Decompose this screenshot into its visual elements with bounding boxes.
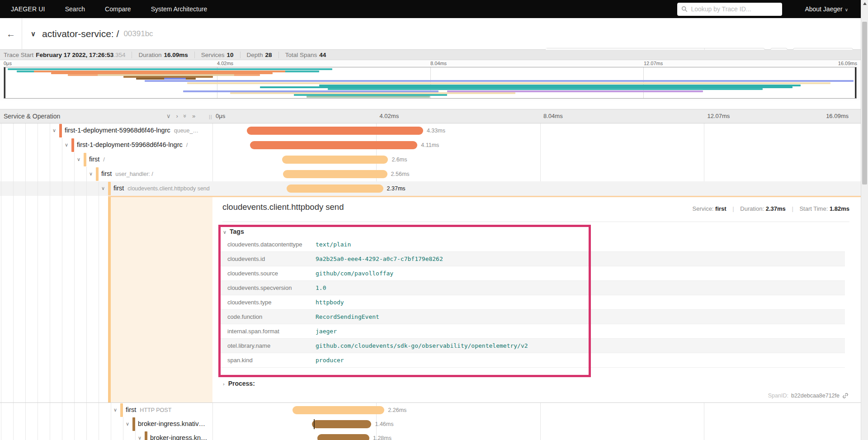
span-row[interactable]: ∨broker-ingress.kn…1.28ms xyxy=(0,431,861,440)
vertical-scrollbar[interactable] xyxy=(861,0,868,440)
span-row[interactable]: ∨firstHTTP POST2.26ms xyxy=(0,403,861,417)
collapse-all-icon[interactable]: » xyxy=(182,114,189,118)
trace-id: 00391bc xyxy=(123,29,153,38)
trace-timeline-body: ∨first-1-deployment-59968d6f46-lngrcqueu… xyxy=(0,123,861,440)
back-button[interactable]: ← xyxy=(0,18,22,50)
span-service: first xyxy=(715,205,726,212)
span-detail-meta: Service: first | Duration: 2.37ms | Star… xyxy=(693,205,849,212)
tag-row[interactable]: cloudevents.specversion1.0 xyxy=(221,281,845,295)
span-operation-name: cloudevents.client.httpbody send xyxy=(127,185,209,192)
chevron-down-icon[interactable]: ∨ xyxy=(138,435,142,440)
expand-all-icon[interactable]: » xyxy=(192,113,195,119)
summary-item: Total Spans44 xyxy=(279,52,333,58)
span-color-marker xyxy=(84,153,86,166)
chevron-down-icon[interactable]: ∨ xyxy=(89,171,93,177)
app-logo[interactable]: JAEGER UI xyxy=(11,5,45,13)
span-duration-bar[interactable] xyxy=(250,141,417,149)
span-duration-bar[interactable] xyxy=(317,434,369,440)
tree-guide-lines xyxy=(1,181,99,196)
span-color-marker xyxy=(96,167,99,181)
span-duration-bar[interactable] xyxy=(282,156,388,164)
span-color-marker xyxy=(132,417,135,431)
span-row[interactable]: ∨first-1-deployment-59968d6f46-lngrc/4.1… xyxy=(0,138,861,152)
copy-link-icon[interactable] xyxy=(842,393,849,399)
trace-minimap: 0μs4.02ms8.04ms12.07ms16.09ms xyxy=(0,60,861,100)
span-service-name[interactable]: first-1-deployment-59968d6f46-lngrcqueue… xyxy=(65,127,198,134)
span-service-name[interactable]: broker-ingress.knativ… xyxy=(138,420,205,427)
chevron-down-icon[interactable]: ∨ xyxy=(113,407,117,413)
tag-value: jaeger xyxy=(316,328,337,335)
expand-one-icon[interactable]: › xyxy=(176,113,178,119)
timeline-column-header: Service & Operation ∨ › » » || 0μs4.02ms… xyxy=(0,109,861,123)
tag-row[interactable]: code.functionRecordSendingEvent xyxy=(221,310,845,324)
tree-guide-lines xyxy=(1,417,123,431)
minimap-right-handle[interactable] xyxy=(855,67,856,98)
chevron-down-icon[interactable]: ∨ xyxy=(52,128,56,133)
column-resize-handle[interactable]: || xyxy=(209,114,212,119)
span-operation-name: user_handler: / xyxy=(115,171,153,177)
scrollbar-thumb[interactable] xyxy=(862,22,867,185)
trace-lookup-input[interactable] xyxy=(691,5,778,13)
span-duration-label: 4.11ms xyxy=(421,142,439,148)
nav-item-search[interactable]: Search xyxy=(65,5,85,13)
tag-key: cloudevents.type xyxy=(221,299,316,306)
trace-lookup-box[interactable] xyxy=(677,3,782,16)
span-operation-name: HTTP POST xyxy=(140,407,171,413)
span-row[interactable]: ∨first-1-deployment-59968d6f46-lngrcqueu… xyxy=(0,123,861,138)
span-service-name[interactable]: firstHTTP POST xyxy=(126,406,171,413)
tag-row[interactable]: cloudevents.sourcegithub/com/pavolloffay xyxy=(221,266,845,281)
tag-row[interactable]: cloudevents.id9a2b25a0-eee4-4292-a0c7-c7… xyxy=(221,252,845,266)
ruler-tick: 4.02ms xyxy=(380,113,399,119)
chevron-down-icon[interactable]: ∨ xyxy=(77,156,80,162)
span-duration-bar[interactable] xyxy=(292,406,385,414)
minimap-left-handle[interactable] xyxy=(4,67,5,98)
tag-row[interactable]: span.kindproducer xyxy=(221,353,845,368)
process-section-toggle[interactable]: ›Process: xyxy=(223,380,255,387)
span-duration-bar[interactable] xyxy=(287,185,383,193)
span-row[interactable]: ∨firstuser_handler: /2.56ms xyxy=(0,167,861,181)
span-color-marker xyxy=(145,431,147,440)
tree-guide-lines xyxy=(1,167,87,181)
minimap-ruler: 0μs4.02ms8.04ms12.07ms16.09ms xyxy=(4,61,857,67)
span-duration-label: 2.56ms xyxy=(391,171,410,177)
tag-value: httpbody xyxy=(316,299,344,306)
tag-value: github/com/pavolloffay xyxy=(316,270,393,277)
span-service-name[interactable]: broker-ingress.kn… xyxy=(150,434,208,440)
tree-guide-lines xyxy=(1,196,100,402)
tag-value: producer xyxy=(316,357,344,364)
span-id-value: b22debcaa8e712fe xyxy=(791,393,840,399)
chevron-down-icon[interactable]: ∨ xyxy=(65,142,68,148)
tags-table: cloudevents.datacontenttypetext/plainclo… xyxy=(221,237,845,368)
span-service-name[interactable]: firstuser_handler: / xyxy=(101,170,153,177)
summary-item: Services10 xyxy=(195,52,241,58)
tag-value: github.com/cloudevents/sdk-go/observabil… xyxy=(316,342,528,349)
tag-row[interactable]: internal.span.formatjaeger xyxy=(221,324,845,339)
tag-key: cloudevents.datacontenttype xyxy=(221,241,316,248)
tree-guide-lines xyxy=(1,138,62,152)
minimap-canvas[interactable] xyxy=(4,67,857,99)
chevron-down-icon[interactable]: ∨ xyxy=(101,185,105,191)
collapse-one-icon[interactable]: ∨ xyxy=(166,113,171,119)
tag-row[interactable]: cloudevents.datacontenttypetext/plain xyxy=(221,237,845,252)
scroll-up-icon[interactable] xyxy=(863,2,867,5)
span-duration-bar[interactable] xyxy=(247,127,423,135)
about-jaeger-menu[interactable]: About Jaeger∨ xyxy=(805,5,848,13)
ruler-tick: 0μs xyxy=(216,113,225,119)
span-operation-name: queue_… xyxy=(174,128,198,134)
span-duration-bar[interactable] xyxy=(283,170,387,178)
span-row[interactable]: ∨first/2.6ms xyxy=(0,152,861,167)
chevron-down-icon[interactable]: ∨ xyxy=(126,421,129,427)
span-service-name[interactable]: first/ xyxy=(89,156,105,163)
tag-row[interactable]: otel.library.namegithub.com/cloudevents/… xyxy=(221,339,845,353)
span-service-name[interactable]: first-1-deployment-59968d6f46-lngrc/ xyxy=(77,141,188,148)
span-row[interactable]: ∨broker-ingress.knativ…1.46ms xyxy=(0,417,861,431)
span-duration-bar[interactable] xyxy=(312,420,372,428)
span-color-marker xyxy=(120,403,123,417)
nav-item-compare[interactable]: Compare xyxy=(105,5,131,13)
span-row[interactable]: ∨firstcloudevents.client.httpbody send2.… xyxy=(0,181,861,196)
span-service-name[interactable]: firstcloudevents.client.httpbody send xyxy=(113,185,210,192)
tag-row[interactable]: cloudevents.typehttpbody xyxy=(221,295,845,310)
tags-section-toggle[interactable]: ∨Tags xyxy=(223,228,244,235)
trace-collapse-toggle[interactable]: ∨ xyxy=(31,30,36,38)
nav-item-system-architecture[interactable]: System Architecture xyxy=(151,5,208,13)
